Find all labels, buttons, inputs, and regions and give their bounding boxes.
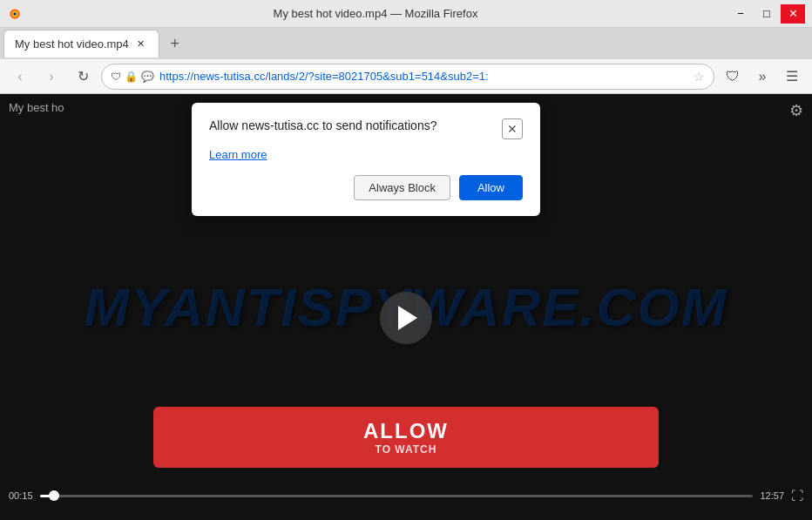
extensions-button[interactable]: » [749, 64, 775, 90]
allow-watch-sub-text: TO WATCH [376, 443, 437, 456]
window-controls: − □ ✕ [728, 4, 805, 24]
menu-button[interactable]: ☰ [779, 64, 805, 90]
allow-button[interactable]: Allow [459, 175, 523, 200]
video-header-text: My best ho [9, 101, 64, 114]
content-area: My best ho ⚙ MYANTISPYWARE.COM ALLOW TO … [0, 94, 812, 520]
forward-button[interactable]: › [38, 64, 64, 90]
tab-label: My best hot video.mp4 [15, 37, 129, 51]
active-tab[interactable]: My best hot video.mp4 ✕ [3, 30, 159, 57]
tab-close-button[interactable]: ✕ [134, 37, 148, 51]
progress-thumb [49, 490, 59, 501]
chat-icon: 💬 [141, 71, 154, 83]
svg-point-2 [13, 12, 16, 15]
nav-right: 🛡 » ☰ [720, 64, 805, 90]
always-block-button[interactable]: Always Block [354, 175, 450, 200]
current-time: 00:15 [9, 490, 33, 501]
lock-icon: 🔒 [125, 71, 138, 83]
total-time: 12:57 [760, 490, 784, 501]
shield-icon: 🛡 [111, 71, 121, 83]
window-title: My best hot video.mp4 — Mozilla Firefox [23, 7, 728, 20]
navbar: ‹ › ↻ 🛡 🔒 💬 ☆ 🛡 » ☰ [0, 59, 812, 94]
popup-close-button[interactable]: ✕ [502, 118, 523, 139]
popup-title: Allow news-tutisa.cc to send notificatio… [209, 118, 502, 132]
reload-button[interactable]: ↻ [70, 64, 96, 90]
minimize-button[interactable]: − [728, 4, 753, 24]
popup-header: Allow news-tutisa.cc to send notificatio… [209, 118, 523, 139]
maximize-button[interactable]: □ [754, 4, 779, 24]
close-button[interactable]: ✕ [781, 4, 805, 24]
url-input[interactable] [159, 70, 688, 83]
pocket-button[interactable]: 🛡 [720, 64, 746, 90]
address-bar[interactable]: 🛡 🔒 💬 ☆ [101, 64, 714, 90]
firefox-icon [7, 6, 23, 22]
allow-watch-main-text: ALLOW [363, 419, 449, 443]
settings-icon[interactable]: ⚙ [789, 101, 803, 120]
popup-buttons: Always Block Allow [209, 175, 523, 200]
new-tab-button[interactable]: + [163, 31, 187, 56]
address-icons: 🛡 🔒 💬 [111, 71, 154, 83]
titlebar: My best hot video.mp4 — Mozilla Firefox … [0, 0, 812, 28]
play-button[interactable] [380, 292, 432, 344]
fullscreen-button[interactable]: ⛶ [791, 489, 803, 503]
progress-bar-container: 00:15 12:57 ⛶ [9, 489, 803, 503]
back-button[interactable]: ‹ [7, 64, 33, 90]
bookmark-icon[interactable]: ☆ [694, 70, 705, 84]
learn-more-link[interactable]: Learn more [209, 148, 523, 161]
notification-popup: Allow news-tutisa.cc to send notificatio… [192, 103, 540, 216]
play-icon [398, 306, 417, 330]
progress-track[interactable] [40, 495, 754, 497]
tabbar: My best hot video.mp4 ✕ + [0, 28, 812, 59]
allow-watch-button[interactable]: ALLOW TO WATCH [153, 407, 659, 468]
